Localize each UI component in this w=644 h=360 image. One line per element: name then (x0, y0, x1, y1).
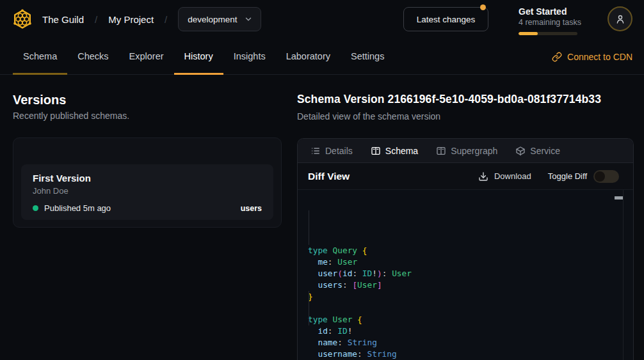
latest-changes-label: Latest changes (417, 15, 476, 24)
cube-icon (515, 146, 526, 156)
diff-view-title: Diff View (308, 171, 350, 182)
detail-tab-label: Service (530, 146, 560, 156)
detail-tab-label: Supergraph (451, 146, 497, 156)
breadcrumb-separator: / (95, 14, 97, 25)
get-started-subtitle: 4 remaining tasks (519, 18, 577, 27)
detail-tab-label: Details (325, 146, 353, 156)
person-icon (615, 13, 626, 25)
versions-subtitle: Recently published schemas. (13, 111, 129, 121)
notification-dot (480, 4, 486, 10)
schema-code-viewer[interactable]: type Query { me: User user(id: ID!): Use… (298, 190, 633, 360)
nav-tab-schema[interactable]: Schema (13, 38, 67, 74)
link-icon (552, 52, 562, 62)
version-service-badge: users (241, 204, 262, 213)
guild-logo-icon[interactable] (10, 6, 35, 32)
toggle-knob (595, 171, 605, 182)
download-button[interactable]: Download (478, 171, 531, 182)
nav-tab-history[interactable]: History (174, 38, 223, 74)
version-name: First Version (33, 173, 262, 184)
latest-changes-button[interactable]: Latest changes (403, 7, 488, 31)
scrollbar-thumb[interactable] (615, 196, 623, 200)
detail-tab-supergraph[interactable]: Supergraph (436, 146, 497, 156)
target-selector[interactable]: development (178, 7, 261, 31)
detail-tab-service[interactable]: Service (515, 146, 560, 156)
nav-tab-settings[interactable]: Settings (341, 38, 394, 74)
target-selector-value: development (188, 15, 237, 24)
detail-tab-list: Details Schema Supergraph Service (298, 139, 633, 163)
breadcrumb-separator: / (165, 14, 167, 25)
list-icon (310, 146, 321, 156)
diff-view-toolbar: Diff View Download Toggle Diff (298, 163, 633, 190)
schema-version-subtitle: Detailed view of the schema version (297, 111, 440, 121)
top-header: The Guild / My Project / development Lat… (0, 0, 644, 38)
scrollbar-track (623, 190, 624, 360)
detail-tab-details[interactable]: Details (310, 146, 353, 156)
chevron-down-icon (244, 15, 253, 24)
nav-tab-list: Schema Checks Explorer History Insights … (13, 38, 394, 74)
published-status-dot (33, 205, 38, 211)
diff-view-actions: Download Toggle Diff (478, 170, 619, 183)
nav-tab-insights[interactable]: Insights (223, 38, 276, 74)
toggle-diff-group: Toggle Diff (548, 170, 619, 183)
breadcrumb-project[interactable]: My Project (108, 14, 154, 25)
connect-to-cdn-label: Connect to CDN (567, 52, 632, 62)
get-started-progress-fill (519, 32, 538, 35)
version-author: John Doe (33, 186, 262, 196)
schema-version-panel: Details Schema Supergraph Service Diff V… (297, 138, 634, 360)
download-label: Download (494, 171, 531, 181)
columns-icon (436, 146, 446, 156)
get-started-title: Get Started (519, 6, 577, 17)
nav-tab-checks[interactable]: Checks (67, 38, 118, 74)
toggle-diff-label: Toggle Diff (548, 171, 587, 181)
get-started-progress-bar (519, 32, 577, 35)
indent-guide (309, 291, 309, 325)
toggle-diff-switch[interactable] (593, 170, 619, 183)
indent-guide (309, 210, 309, 245)
schema-code: type Query { me: User user(id: ID!): Use… (308, 245, 620, 360)
nav-tab-explorer[interactable]: Explorer (119, 38, 174, 74)
connect-to-cdn-link[interactable]: Connect to CDN (552, 38, 632, 75)
detail-tab-schema[interactable]: Schema (371, 146, 418, 156)
main-nav: Schema Checks Explorer History Insights … (0, 38, 644, 75)
get-started-widget[interactable]: Get Started 4 remaining tasks (519, 6, 577, 35)
version-list-item[interactable]: First Version John Doe Published 5m ago … (21, 164, 273, 220)
version-meta-row: Published 5m ago users (33, 203, 262, 213)
version-status: Published 5m ago (44, 203, 111, 213)
user-avatar[interactable] (608, 6, 632, 31)
download-icon (478, 171, 488, 182)
breadcrumb-org[interactable]: The Guild (42, 14, 84, 25)
detail-tab-label: Schema (385, 146, 418, 156)
schema-version-title: Schema Version 2166196f-5e10-4059-bd0a-0… (297, 93, 601, 106)
columns-icon (371, 146, 381, 156)
versions-title: Versions (13, 93, 66, 107)
breadcrumb: The Guild / My Project / development (42, 0, 261, 38)
versions-list-card: First Version John Doe Published 5m ago … (13, 137, 282, 228)
nav-tab-laboratory[interactable]: Laboratory (276, 38, 341, 74)
